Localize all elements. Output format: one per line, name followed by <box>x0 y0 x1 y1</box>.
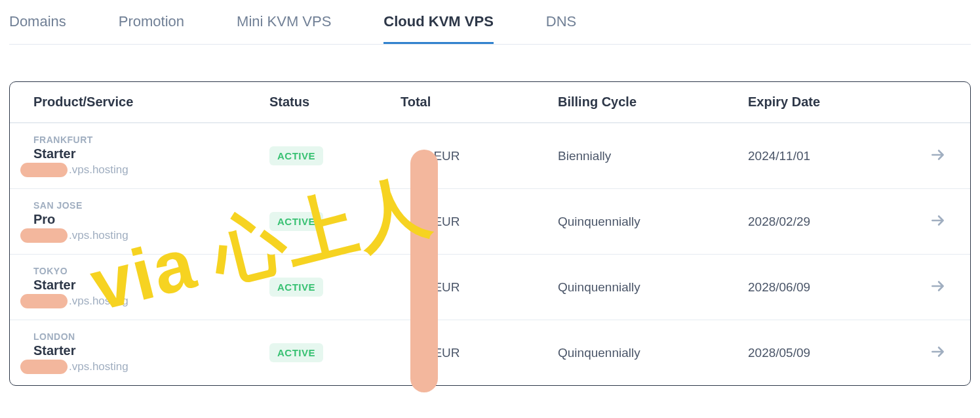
redacted-hostname <box>20 163 68 177</box>
total-cell: 98 EUR <box>401 149 558 163</box>
redacted-hostname <box>20 294 68 308</box>
expiry-date: 2028/06/09 <box>748 280 907 295</box>
col-expiry: Expiry Date <box>748 94 907 110</box>
total-cell: 98 EUR <box>401 346 558 360</box>
table-row[interactable]: LONDON Starter .vps.hosting ACTIVE 98 EU… <box>10 320 970 385</box>
status-badge: ACTIVE <box>269 278 323 297</box>
billing-cycle: Biennially <box>558 149 748 163</box>
tab-mini-kvm-vps[interactable]: Mini KVM VPS <box>237 7 331 44</box>
row-arrow[interactable] <box>907 146 947 166</box>
col-total: Total <box>401 94 558 110</box>
arrow-right-icon <box>930 343 947 363</box>
location-label: FRANKFURT <box>33 135 269 145</box>
host-suffix: .vps.hosting <box>69 360 128 373</box>
total-visible: 99 EUR <box>416 215 460 229</box>
tabs-bar: Domains Promotion Mini KVM VPS Cloud KVM… <box>9 7 971 45</box>
plan-label: Starter <box>33 146 269 161</box>
tab-domains[interactable]: Domains <box>9 7 66 44</box>
expiry-date: 2028/05/09 <box>748 346 907 360</box>
redacted-hostname <box>20 360 68 374</box>
location-label: LONDON <box>33 331 269 342</box>
total-visible: 98 EUR <box>416 346 460 360</box>
col-product: Product/Service <box>33 94 269 110</box>
plan-label: Starter <box>33 343 269 358</box>
product-cell: LONDON Starter .vps.hosting <box>33 331 269 374</box>
redacted-hostname <box>20 228 68 243</box>
arrow-right-icon <box>930 278 947 297</box>
row-arrow[interactable] <box>907 343 947 363</box>
location-label: SAN JOSE <box>33 200 269 211</box>
host-suffix: .vps.hosting <box>69 295 128 308</box>
host-suffix: .vps.hosting <box>69 229 128 242</box>
total-visible: 98 EUR <box>416 149 460 163</box>
table-row[interactable]: TOKYO Starter .vps.hosting ACTIVE 98 EUR… <box>10 254 970 320</box>
total-visible: 98 EUR <box>416 280 460 295</box>
location-label: TOKYO <box>33 266 269 276</box>
plan-label: Starter <box>33 278 269 293</box>
tab-cloud-kvm-vps[interactable]: Cloud KVM VPS <box>383 7 493 44</box>
arrow-right-icon <box>930 212 947 232</box>
plan-label: Pro <box>33 212 269 227</box>
col-cycle: Billing Cycle <box>558 94 748 110</box>
expiry-date: 2024/11/01 <box>748 149 907 163</box>
product-cell: FRANKFURT Starter .vps.hosting <box>33 135 269 177</box>
billing-cycle: Quinquennially <box>558 346 748 360</box>
billing-cycle: Quinquennially <box>558 280 748 295</box>
status-badge: ACTIVE <box>269 146 323 165</box>
tab-promotion[interactable]: Promotion <box>119 7 184 44</box>
col-status: Status <box>269 94 401 110</box>
table-header: Product/Service Status Total Billing Cyc… <box>10 82 970 123</box>
host-suffix: .vps.hosting <box>69 163 128 177</box>
table-row[interactable]: SAN JOSE Pro .vps.hosting ACTIVE 99 EUR … <box>10 188 970 254</box>
total-cell: 99 EUR <box>401 215 558 229</box>
expiry-date: 2028/02/29 <box>748 215 907 229</box>
tab-dns[interactable]: DNS <box>546 7 576 44</box>
table-row[interactable]: FRANKFURT Starter .vps.hosting ACTIVE 98… <box>10 123 970 188</box>
services-panel: Product/Service Status Total Billing Cyc… <box>9 81 971 386</box>
status-badge: ACTIVE <box>269 212 323 231</box>
billing-cycle: Quinquennially <box>558 215 748 229</box>
arrow-right-icon <box>930 146 947 166</box>
product-cell: TOKYO Starter .vps.hosting <box>33 266 269 308</box>
product-cell: SAN JOSE Pro .vps.hosting <box>33 200 269 243</box>
status-badge: ACTIVE <box>269 343 323 362</box>
total-cell: 98 EUR <box>401 280 558 295</box>
row-arrow[interactable] <box>907 212 947 232</box>
row-arrow[interactable] <box>907 278 947 297</box>
